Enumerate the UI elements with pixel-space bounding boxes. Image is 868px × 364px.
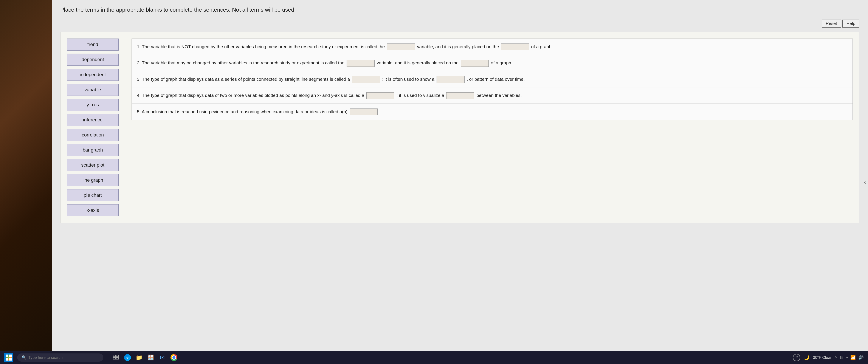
tray-signal-icon[interactable]: 📶 <box>850 355 856 360</box>
taskbar-right: ? 🌙 30°F Clear ^ 🖥 ▪ 📶 🔊 <box>793 354 864 361</box>
sentence-1-blank-1[interactable] <box>387 43 415 50</box>
tray-chevron-icon[interactable]: ^ <box>835 355 837 360</box>
term-inference[interactable]: inference <box>67 114 119 126</box>
task-view-icon[interactable] <box>112 354 120 361</box>
mail-icon[interactable]: ✉ <box>158 354 166 361</box>
taskbar-search-input[interactable] <box>28 355 89 360</box>
svg-rect-2 <box>113 358 115 359</box>
sentence-5-text-before: A conclusion that is reached using evide… <box>142 109 349 114</box>
sentence-2: 2. The variable that may be changed by o… <box>131 55 853 71</box>
instruction-text: Place the terms in the appropriate blank… <box>60 6 859 13</box>
sentence-4-blank-2[interactable] <box>446 92 474 99</box>
sentence-1: 1. The variable that is NOT changed by t… <box>131 38 853 55</box>
search-magnifier-icon: 🔍 <box>22 355 26 360</box>
exercise-container: trend dependent independent variable y-a… <box>60 32 859 223</box>
svg-rect-1 <box>116 355 118 357</box>
sentence-1-text-middle: variable, and it is generally placed on … <box>417 44 500 49</box>
term-x-axis[interactable]: x-axis <box>67 204 119 216</box>
sentence-4-text-after: between the variables. <box>476 93 522 98</box>
chrome-icon-shape <box>170 354 177 361</box>
sentence-2-number: 2. <box>137 60 142 65</box>
windows-store-icon[interactable]: 🪟 <box>147 354 155 361</box>
windows-logo-icon <box>6 355 11 361</box>
sentence-2-text-middle: variable, and it is generally placed on … <box>377 60 460 65</box>
mail-icon-shape: ✉ <box>160 354 165 361</box>
term-pie-chart[interactable]: pie chart <box>67 189 119 201</box>
sentence-4-text-middle: ; it is used to visualize a <box>397 93 445 98</box>
sentence-4-text-before: The type of graph that displays data of … <box>142 93 366 98</box>
system-tray: ^ 🖥 ▪ 📶 🔊 <box>835 355 864 360</box>
terms-column: trend dependent independent variable y-a… <box>67 38 123 216</box>
tray-volume-icon[interactable]: 🔊 <box>858 355 864 360</box>
reset-button[interactable]: Reset <box>822 20 841 28</box>
sentence-4: 4. The type of graph that displays data … <box>131 87 853 103</box>
sentence-2-blank-1[interactable] <box>347 60 375 67</box>
sentence-2-text-after: of a graph. <box>491 60 513 65</box>
store-icon-shape: 🪟 <box>148 355 154 361</box>
folder-icon-shape: 📁 <box>135 354 143 361</box>
weather-text: 30°F Clear <box>813 355 831 360</box>
sentence-1-text-before: The variable that is NOT changed by the … <box>142 44 386 49</box>
sentence-1-blank-2[interactable] <box>501 43 529 50</box>
term-variable[interactable]: variable <box>67 84 119 96</box>
sentence-3-text-before: The type of graph that displays data as … <box>142 77 351 82</box>
start-button[interactable] <box>4 353 13 362</box>
sentence-1-text-after: of a graph. <box>531 44 553 49</box>
sentence-3-number: 3. <box>137 77 142 82</box>
tray-display-icon[interactable]: ▪ <box>846 355 848 360</box>
svg-rect-3 <box>116 358 118 359</box>
term-trend[interactable]: trend <box>67 38 119 51</box>
sentence-1-number: 1. <box>137 44 142 49</box>
top-buttons-container: Reset Help <box>60 20 859 28</box>
taskbar-search-container[interactable]: 🔍 <box>17 354 103 362</box>
file-explorer-icon[interactable]: 📁 <box>135 354 143 361</box>
chrome-icon[interactable] <box>170 354 178 361</box>
weather-moon-icon: 🌙 <box>804 355 809 360</box>
sentence-3-text-middle: ; it is often used to show a <box>382 77 436 82</box>
taskbar: 🔍 e 📁 🪟 ✉ <box>0 351 868 364</box>
sentence-2-blank-2[interactable] <box>461 60 489 67</box>
term-bar-graph[interactable]: bar graph <box>67 144 119 156</box>
sentence-3: 3. The type of graph that displays data … <box>131 71 853 87</box>
sentence-2-text-before: The variable that may be changed by othe… <box>142 60 346 65</box>
term-dependent[interactable]: dependent <box>67 54 119 66</box>
sentence-3-blank-1[interactable] <box>352 76 380 83</box>
help-button[interactable]: Help <box>842 20 859 28</box>
term-correlation[interactable]: correlation <box>67 129 119 141</box>
edge-icon-shape: e <box>124 354 131 361</box>
taskbar-app-icons: e 📁 🪟 ✉ <box>112 354 178 361</box>
sentence-3-text-after: , or pattern of data over time. <box>467 77 525 82</box>
background-decoration <box>0 0 52 364</box>
sentence-5: 5. A conclusion that is reached using ev… <box>131 103 853 120</box>
term-y-axis[interactable]: y-axis <box>67 99 119 111</box>
sentence-3-blank-2[interactable] <box>437 76 465 83</box>
edge-browser-icon[interactable]: e <box>124 354 131 361</box>
sentence-5-blank-1[interactable] <box>350 109 378 115</box>
term-scatter-plot[interactable]: scatter plot <box>67 159 119 171</box>
svg-rect-0 <box>113 355 115 357</box>
sentence-4-number: 4. <box>137 93 142 98</box>
tray-network-icon[interactable]: 🖥 <box>839 355 844 360</box>
term-independent[interactable]: independent <box>67 69 119 81</box>
sentence-5-number: 5. <box>137 109 142 114</box>
help-circle-icon[interactable]: ? <box>793 354 800 361</box>
term-line-graph[interactable]: line graph <box>67 174 119 186</box>
scroll-indicator: ‹ <box>864 179 866 186</box>
main-content-area: Place the terms in the appropriate blank… <box>52 0 868 351</box>
sentence-4-blank-1[interactable] <box>366 92 394 99</box>
sentences-column: 1. The variable that is NOT changed by t… <box>131 38 853 216</box>
